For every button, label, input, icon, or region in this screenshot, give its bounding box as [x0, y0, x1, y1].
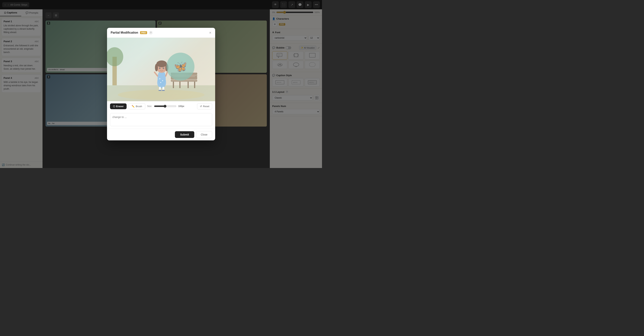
butterfly-highlight: 🦋 [166, 53, 194, 81]
svg-point-39 [160, 82, 161, 83]
brush-size-slider[interactable] [154, 105, 176, 108]
svg-point-47 [164, 68, 164, 68]
help-icon: ? [150, 32, 152, 34]
modal-overlay: Partial Modification PRO ? × [0, 0, 322, 168]
modal-body: 🦋 ⬡ Eraser ✏️ Brush Size: 100px [107, 38, 215, 129]
svg-point-23 [118, 90, 204, 100]
modal-close-footer-button[interactable]: Close [196, 131, 212, 138]
size-label: Size: [147, 105, 152, 107]
svg-rect-28 [173, 82, 174, 88]
svg-rect-29 [194, 82, 195, 88]
svg-point-38 [162, 80, 163, 81]
svg-rect-30 [179, 82, 180, 88]
modal-help-button[interactable]: ? [149, 31, 153, 35]
close-icon: × [209, 31, 212, 35]
brush-icon: ✏️ [132, 105, 134, 108]
brush-button[interactable]: ✏️ Brush [128, 103, 145, 109]
svg-point-53 [162, 90, 165, 91]
modal-prompt-area [107, 111, 215, 129]
modal-header: Partial Modification PRO ? × [107, 28, 215, 38]
modal-title: Partial Modification [111, 31, 138, 34]
svg-point-41 [156, 61, 167, 67]
reset-label: Reset [203, 105, 210, 108]
svg-rect-31 [188, 82, 189, 88]
modal-pro-badge: PRO [140, 31, 147, 34]
submit-button[interactable]: Submit [175, 131, 194, 138]
svg-line-48 [154, 72, 158, 76]
modal-toolbar: ⬡ Eraser ✏️ Brush Size: 100px ↺ Reset [107, 101, 215, 111]
brush-label: Brush [136, 105, 142, 108]
reset-button[interactable]: ↺ Reset [197, 103, 212, 109]
modal-image-canvas[interactable]: 🦋 [107, 38, 215, 101]
svg-point-37 [159, 78, 160, 79]
modal-footer: Submit Close [107, 129, 215, 140]
close-label: Close [201, 133, 208, 136]
eraser-label: Eraser [116, 105, 124, 108]
reset-icon: ↺ [200, 105, 202, 108]
eraser-button[interactable]: ⬡ Eraser [110, 103, 126, 109]
partial-modification-modal: Partial Modification PRO ? × [107, 28, 215, 140]
modal-close-button[interactable]: × [209, 31, 212, 35]
svg-point-52 [158, 90, 162, 91]
eraser-icon: ⬡ [113, 105, 115, 108]
svg-point-42 [155, 64, 158, 71]
svg-point-46 [160, 68, 160, 68]
submit-label: Submit [180, 133, 189, 136]
size-value-label: 100px [178, 105, 185, 107]
prompt-textarea[interactable] [110, 113, 212, 126]
